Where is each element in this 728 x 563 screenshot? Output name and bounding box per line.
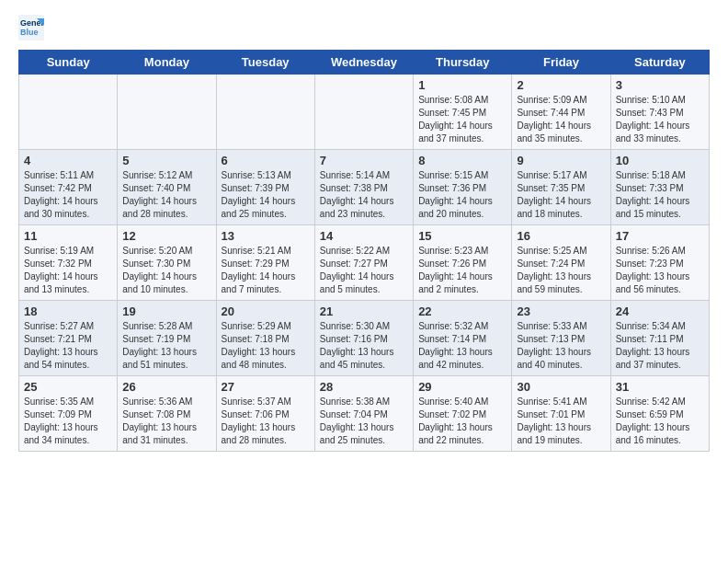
day-cell: 22Sunrise: 5:32 AM Sunset: 7:14 PM Dayli… bbox=[414, 301, 512, 376]
day-cell: 23Sunrise: 5:33 AM Sunset: 7:13 PM Dayli… bbox=[512, 301, 610, 376]
day-cell: 27Sunrise: 5:37 AM Sunset: 7:06 PM Dayli… bbox=[216, 376, 314, 452]
day-cell: 10Sunrise: 5:18 AM Sunset: 7:33 PM Dayli… bbox=[610, 150, 709, 225]
weekday-header-wednesday: Wednesday bbox=[314, 51, 413, 75]
day-cell bbox=[19, 75, 118, 150]
day-info: Sunrise: 5:15 AM Sunset: 7:36 PM Dayligh… bbox=[418, 169, 506, 221]
day-info: Sunrise: 5:19 AM Sunset: 7:32 PM Dayligh… bbox=[24, 245, 112, 296]
weekday-header-friday: Friday bbox=[512, 51, 610, 75]
day-cell: 4Sunrise: 5:11 AM Sunset: 7:42 PM Daylig… bbox=[19, 150, 118, 225]
day-cell: 11Sunrise: 5:19 AM Sunset: 7:32 PM Dayli… bbox=[19, 225, 118, 301]
day-cell: 26Sunrise: 5:36 AM Sunset: 7:08 PM Dayli… bbox=[118, 376, 216, 452]
day-number: 14 bbox=[320, 229, 408, 243]
calendar-header: SundayMondayTuesdayWednesdayThursdayFrid… bbox=[19, 51, 710, 75]
day-cell: 16Sunrise: 5:25 AM Sunset: 7:24 PM Dayli… bbox=[512, 225, 610, 301]
day-number: 25 bbox=[24, 380, 112, 394]
day-cell: 15Sunrise: 5:23 AM Sunset: 7:26 PM Dayli… bbox=[414, 225, 512, 301]
day-number: 4 bbox=[24, 154, 112, 167]
day-number: 23 bbox=[517, 304, 605, 318]
day-cell: 1Sunrise: 5:08 AM Sunset: 7:45 PM Daylig… bbox=[414, 75, 512, 150]
day-number: 10 bbox=[616, 154, 704, 167]
day-number: 16 bbox=[517, 229, 605, 243]
day-number: 20 bbox=[222, 304, 310, 318]
day-info: Sunrise: 5:22 AM Sunset: 7:27 PM Dayligh… bbox=[320, 245, 408, 296]
day-cell: 5Sunrise: 5:12 AM Sunset: 7:40 PM Daylig… bbox=[118, 150, 216, 225]
day-info: Sunrise: 5:35 AM Sunset: 7:09 PM Dayligh… bbox=[24, 396, 112, 447]
day-cell: 7Sunrise: 5:14 AM Sunset: 7:38 PM Daylig… bbox=[314, 150, 413, 225]
day-number: 7 bbox=[320, 154, 408, 167]
calendar-table: SundayMondayTuesdayWednesdayThursdayFrid… bbox=[18, 50, 710, 452]
day-info: Sunrise: 5:38 AM Sunset: 7:04 PM Dayligh… bbox=[320, 396, 408, 447]
day-cell: 13Sunrise: 5:21 AM Sunset: 7:29 PM Dayli… bbox=[216, 225, 314, 301]
day-cell bbox=[314, 75, 413, 150]
calendar-body: 1Sunrise: 5:08 AM Sunset: 7:45 PM Daylig… bbox=[19, 75, 710, 452]
logo-icon: General Blue bbox=[18, 15, 44, 40]
week-row-1: 1Sunrise: 5:08 AM Sunset: 7:45 PM Daylig… bbox=[19, 75, 710, 150]
day-cell: 18Sunrise: 5:27 AM Sunset: 7:21 PM Dayli… bbox=[19, 301, 118, 376]
day-cell: 30Sunrise: 5:41 AM Sunset: 7:01 PM Dayli… bbox=[512, 376, 610, 452]
day-cell: 29Sunrise: 5:40 AM Sunset: 7:02 PM Dayli… bbox=[414, 376, 512, 452]
day-cell: 3Sunrise: 5:10 AM Sunset: 7:43 PM Daylig… bbox=[610, 75, 709, 150]
day-cell: 20Sunrise: 5:29 AM Sunset: 7:18 PM Dayli… bbox=[216, 301, 314, 376]
day-number: 26 bbox=[122, 380, 210, 394]
week-row-5: 25Sunrise: 5:35 AM Sunset: 7:09 PM Dayli… bbox=[19, 376, 710, 452]
day-cell: 28Sunrise: 5:38 AM Sunset: 7:04 PM Dayli… bbox=[314, 376, 413, 452]
day-info: Sunrise: 5:14 AM Sunset: 7:38 PM Dayligh… bbox=[320, 169, 408, 221]
day-cell: 17Sunrise: 5:26 AM Sunset: 7:23 PM Dayli… bbox=[610, 225, 709, 301]
day-number: 6 bbox=[222, 154, 310, 167]
day-number: 12 bbox=[122, 229, 210, 243]
day-number: 22 bbox=[418, 304, 506, 318]
day-cell: 25Sunrise: 5:35 AM Sunset: 7:09 PM Dayli… bbox=[19, 376, 118, 452]
day-cell bbox=[118, 75, 216, 150]
day-info: Sunrise: 5:41 AM Sunset: 7:01 PM Dayligh… bbox=[517, 396, 605, 447]
day-number: 1 bbox=[418, 78, 506, 92]
weekday-header-tuesday: Tuesday bbox=[216, 51, 314, 75]
day-info: Sunrise: 5:08 AM Sunset: 7:45 PM Dayligh… bbox=[418, 94, 506, 145]
day-info: Sunrise: 5:13 AM Sunset: 7:39 PM Dayligh… bbox=[222, 169, 310, 221]
day-cell: 9Sunrise: 5:17 AM Sunset: 7:35 PM Daylig… bbox=[512, 150, 610, 225]
day-number: 18 bbox=[24, 304, 112, 318]
day-info: Sunrise: 5:33 AM Sunset: 7:13 PM Dayligh… bbox=[517, 320, 605, 372]
day-number: 31 bbox=[616, 380, 704, 394]
day-number: 17 bbox=[616, 229, 704, 243]
weekday-header-monday: Monday bbox=[118, 51, 216, 75]
day-info: Sunrise: 5:37 AM Sunset: 7:06 PM Dayligh… bbox=[222, 396, 310, 447]
day-number: 21 bbox=[320, 304, 408, 318]
day-cell: 24Sunrise: 5:34 AM Sunset: 7:11 PM Dayli… bbox=[610, 301, 709, 376]
day-info: Sunrise: 5:17 AM Sunset: 7:35 PM Dayligh… bbox=[517, 169, 605, 221]
day-info: Sunrise: 5:20 AM Sunset: 7:30 PM Dayligh… bbox=[122, 245, 210, 296]
day-cell: 12Sunrise: 5:20 AM Sunset: 7:30 PM Dayli… bbox=[118, 225, 216, 301]
day-cell: 31Sunrise: 5:42 AM Sunset: 6:59 PM Dayli… bbox=[610, 376, 709, 452]
day-info: Sunrise: 5:10 AM Sunset: 7:43 PM Dayligh… bbox=[616, 94, 704, 145]
svg-text:Blue: Blue bbox=[20, 28, 39, 37]
day-info: Sunrise: 5:11 AM Sunset: 7:42 PM Dayligh… bbox=[24, 169, 112, 221]
day-number: 9 bbox=[517, 154, 605, 167]
day-cell: 6Sunrise: 5:13 AM Sunset: 7:39 PM Daylig… bbox=[216, 150, 314, 225]
day-info: Sunrise: 5:32 AM Sunset: 7:14 PM Dayligh… bbox=[418, 320, 506, 372]
day-number: 11 bbox=[24, 229, 112, 243]
day-info: Sunrise: 5:36 AM Sunset: 7:08 PM Dayligh… bbox=[122, 396, 210, 447]
day-info: Sunrise: 5:34 AM Sunset: 7:11 PM Dayligh… bbox=[616, 320, 704, 372]
day-number: 5 bbox=[122, 154, 210, 167]
day-cell bbox=[216, 75, 314, 150]
day-info: Sunrise: 5:21 AM Sunset: 7:29 PM Dayligh… bbox=[222, 245, 310, 296]
day-number: 15 bbox=[418, 229, 506, 243]
day-info: Sunrise: 5:27 AM Sunset: 7:21 PM Dayligh… bbox=[24, 320, 112, 372]
day-cell: 21Sunrise: 5:30 AM Sunset: 7:16 PM Dayli… bbox=[314, 301, 413, 376]
day-info: Sunrise: 5:42 AM Sunset: 6:59 PM Dayligh… bbox=[616, 396, 704, 447]
weekday-header-thursday: Thursday bbox=[414, 51, 512, 75]
day-number: 13 bbox=[222, 229, 310, 243]
day-info: Sunrise: 5:18 AM Sunset: 7:33 PM Dayligh… bbox=[616, 169, 704, 221]
week-row-3: 11Sunrise: 5:19 AM Sunset: 7:32 PM Dayli… bbox=[19, 225, 710, 301]
day-number: 30 bbox=[517, 380, 605, 394]
day-cell: 14Sunrise: 5:22 AM Sunset: 7:27 PM Dayli… bbox=[314, 225, 413, 301]
day-number: 8 bbox=[418, 154, 506, 167]
day-number: 24 bbox=[616, 304, 704, 318]
day-info: Sunrise: 5:26 AM Sunset: 7:23 PM Dayligh… bbox=[616, 245, 704, 296]
day-cell: 8Sunrise: 5:15 AM Sunset: 7:36 PM Daylig… bbox=[414, 150, 512, 225]
day-number: 19 bbox=[122, 304, 210, 318]
day-number: 2 bbox=[517, 78, 605, 92]
day-info: Sunrise: 5:23 AM Sunset: 7:26 PM Dayligh… bbox=[418, 245, 506, 296]
week-row-4: 18Sunrise: 5:27 AM Sunset: 7:21 PM Dayli… bbox=[19, 301, 710, 376]
day-number: 27 bbox=[222, 380, 310, 394]
day-info: Sunrise: 5:28 AM Sunset: 7:19 PM Dayligh… bbox=[122, 320, 210, 372]
